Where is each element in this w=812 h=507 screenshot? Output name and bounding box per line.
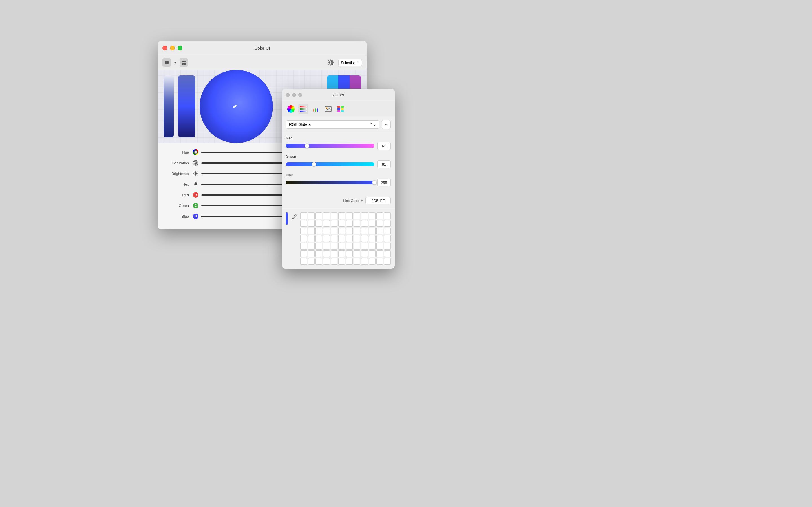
- swatch-cell[interactable]: [369, 243, 375, 249]
- swatch-cell[interactable]: [331, 212, 338, 219]
- swatch-cell[interactable]: [331, 258, 338, 265]
- green-value-input[interactable]: 81: [377, 160, 391, 168]
- swatch-cell[interactable]: [338, 243, 345, 249]
- swatch-cell[interactable]: [300, 250, 307, 257]
- swatch-cell[interactable]: [331, 220, 338, 227]
- swatch-cell[interactable]: [338, 235, 345, 242]
- swatch-cell[interactable]: [346, 258, 353, 265]
- swatch-cell[interactable]: [369, 228, 375, 234]
- swatch-cell[interactable]: [376, 220, 383, 227]
- minimize-button[interactable]: [170, 46, 175, 50]
- swatch-cell[interactable]: [346, 250, 353, 257]
- swatch-cell[interactable]: [384, 250, 391, 257]
- swatch-cell[interactable]: [300, 258, 307, 265]
- swatch-cell[interactable]: [376, 212, 383, 219]
- current-color-swatch[interactable]: [286, 212, 288, 225]
- swatch-cell[interactable]: [384, 228, 391, 234]
- swatch-cell[interactable]: [323, 228, 330, 234]
- swatch-cell[interactable]: [354, 250, 360, 257]
- swatch-cell[interactable]: [384, 243, 391, 249]
- swatch-cell[interactable]: [369, 250, 375, 257]
- swatch-cell[interactable]: [338, 250, 345, 257]
- swatch-cell[interactable]: [361, 235, 368, 242]
- swatch-cell[interactable]: [331, 243, 338, 249]
- red-slider-thumb[interactable]: [305, 144, 309, 148]
- swatch-cell[interactable]: [300, 243, 307, 249]
- swatch-cell[interactable]: [346, 235, 353, 242]
- swatch-cell[interactable]: [300, 235, 307, 242]
- tab-rgb-sliders[interactable]: [298, 104, 308, 114]
- swatch-cell[interactable]: [308, 212, 315, 219]
- swatch-cell[interactable]: [315, 243, 322, 249]
- colors-close[interactable]: [286, 93, 290, 97]
- swatch-cell[interactable]: [354, 228, 360, 234]
- swatch-cell[interactable]: [315, 228, 322, 234]
- swatch-cell[interactable]: [346, 228, 353, 234]
- swatch-cell[interactable]: [331, 228, 338, 234]
- swatch-cell[interactable]: [376, 235, 383, 242]
- swatch-cell[interactable]: [308, 258, 315, 265]
- hex-color-input[interactable]: 3D51FF: [365, 197, 391, 204]
- swatch-cell[interactable]: [346, 243, 353, 249]
- swatch-cell[interactable]: [323, 243, 330, 249]
- swatch-cell[interactable]: [331, 250, 338, 257]
- swatch-cell[interactable]: [354, 243, 360, 249]
- maximize-button[interactable]: [177, 46, 183, 50]
- tab-crayons[interactable]: [311, 104, 321, 114]
- swatch-cell[interactable]: [384, 235, 391, 242]
- swatch-cell[interactable]: [308, 228, 315, 234]
- color-circle[interactable]: ✒: [200, 70, 273, 143]
- swatch-cell[interactable]: [376, 258, 383, 265]
- swatch-cell[interactable]: [323, 235, 330, 242]
- grid-icon[interactable]: [180, 58, 188, 67]
- mode-dropdown[interactable]: RGB Sliders ⌃⌄: [286, 120, 379, 129]
- action-button[interactable]: ↔: [382, 120, 391, 129]
- swatch-cell[interactable]: [338, 220, 345, 227]
- blue-slider-track[interactable]: [286, 180, 374, 184]
- swatch-cell[interactable]: [323, 258, 330, 265]
- swatch-cell[interactable]: [369, 212, 375, 219]
- swatch-cell[interactable]: [323, 220, 330, 227]
- toolbar-dropdown[interactable]: ▾: [174, 61, 176, 65]
- swatch-cell[interactable]: [346, 220, 353, 227]
- green-slider-track[interactable]: [286, 162, 374, 166]
- close-button[interactable]: [162, 46, 167, 50]
- swatch-cell[interactable]: [338, 258, 345, 265]
- swatch-cell[interactable]: [354, 212, 360, 219]
- swatch-cell[interactable]: [376, 228, 383, 234]
- blue-value-input[interactable]: 255: [377, 179, 391, 186]
- swatch-cell[interactable]: [300, 212, 307, 219]
- swatch-cell[interactable]: [354, 220, 360, 227]
- colors-minimize[interactable]: [292, 93, 296, 97]
- swatch-cell[interactable]: [361, 250, 368, 257]
- swatch-cell[interactable]: [369, 235, 375, 242]
- tab-image[interactable]: [323, 104, 333, 114]
- swatch-cell[interactable]: [331, 235, 338, 242]
- swatch-cell[interactable]: [323, 212, 330, 219]
- swatch-cell[interactable]: [361, 228, 368, 234]
- blue-slider-thumb[interactable]: [372, 180, 377, 185]
- swatch-cell[interactable]: [361, 212, 368, 219]
- swatch-cell[interactable]: [376, 243, 383, 249]
- swatch-cell[interactable]: [315, 220, 322, 227]
- swatch-cell[interactable]: [361, 220, 368, 227]
- swatch-cell[interactable]: [308, 250, 315, 257]
- swatch-cell[interactable]: [376, 250, 383, 257]
- eyedropper-button[interactable]: [291, 212, 297, 221]
- brightness-icon[interactable]: [326, 58, 335, 67]
- swatch-cell[interactable]: [300, 228, 307, 234]
- red-slider-track[interactable]: [286, 144, 374, 148]
- swatch-cell[interactable]: [384, 212, 391, 219]
- swatch-cell[interactable]: [315, 212, 322, 219]
- swatch-cell[interactable]: [354, 258, 360, 265]
- swatch-cell[interactable]: [308, 220, 315, 227]
- swatch-cell[interactable]: [361, 258, 368, 265]
- swatch-cell[interactable]: [300, 220, 307, 227]
- swatch-cell[interactable]: [338, 212, 345, 219]
- swatch-cell[interactable]: [384, 258, 391, 265]
- swatch-cell[interactable]: [384, 220, 391, 227]
- tab-palette[interactable]: [336, 104, 346, 114]
- green-slider-thumb[interactable]: [312, 162, 316, 166]
- tab-color-wheel[interactable]: [286, 104, 296, 114]
- swatch-cell[interactable]: [338, 228, 345, 234]
